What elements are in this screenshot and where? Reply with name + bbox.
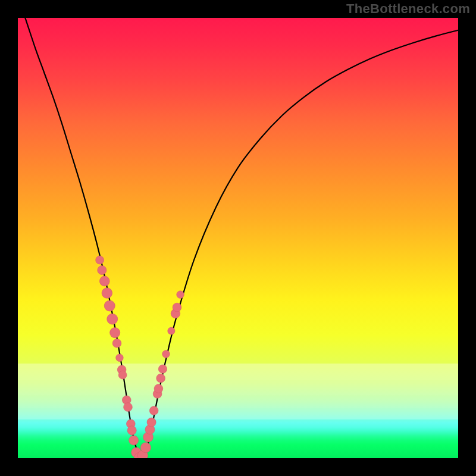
curve-marker xyxy=(168,327,175,334)
curve-marker xyxy=(102,288,112,299)
curve-marker xyxy=(118,371,127,379)
curve-marker xyxy=(154,384,163,393)
curve-marker xyxy=(158,365,167,373)
curve-marker xyxy=(147,418,156,427)
bottleneck-curve-svg xyxy=(18,18,458,458)
curve-marker xyxy=(107,314,118,324)
curve-marker xyxy=(177,291,184,299)
watermark-text: TheBottleneck.com xyxy=(346,1,470,17)
curve-marker xyxy=(116,354,124,362)
chart-plot-area xyxy=(18,18,458,458)
curve-marker xyxy=(140,443,151,453)
curve-marker xyxy=(104,300,115,311)
curve-marker xyxy=(96,256,104,264)
curve-marker xyxy=(149,406,158,415)
curve-marker xyxy=(129,436,139,445)
curve-marker xyxy=(173,303,181,312)
curve-marker xyxy=(127,426,136,435)
chart-frame: TheBottleneck.com xyxy=(0,0,476,476)
curve-marker xyxy=(110,327,120,337)
curve-marker xyxy=(162,350,170,358)
curve-marker xyxy=(156,374,165,383)
bottleneck-curve-line xyxy=(18,18,458,458)
curve-marker xyxy=(112,339,121,348)
curve-marker xyxy=(99,276,109,286)
curve-marker xyxy=(98,265,107,274)
curve-marker-group xyxy=(96,256,184,458)
curve-marker xyxy=(124,403,133,412)
